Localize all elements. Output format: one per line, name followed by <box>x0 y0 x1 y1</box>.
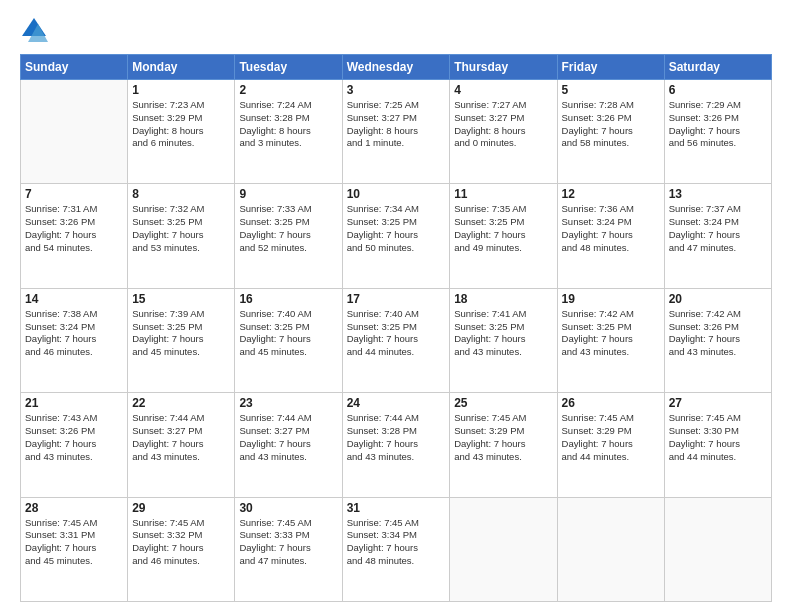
calendar-cell: 14Sunrise: 7:38 AM Sunset: 3:24 PM Dayli… <box>21 288 128 392</box>
calendar-cell: 18Sunrise: 7:41 AM Sunset: 3:25 PM Dayli… <box>450 288 557 392</box>
day-number: 5 <box>562 83 660 97</box>
weekday-header-sunday: Sunday <box>21 55 128 80</box>
day-number: 9 <box>239 187 337 201</box>
calendar-cell: 27Sunrise: 7:45 AM Sunset: 3:30 PM Dayli… <box>664 393 771 497</box>
logo-icon <box>20 16 48 44</box>
weekday-header-tuesday: Tuesday <box>235 55 342 80</box>
day-number: 25 <box>454 396 552 410</box>
day-number: 7 <box>25 187 123 201</box>
calendar-cell: 13Sunrise: 7:37 AM Sunset: 3:24 PM Dayli… <box>664 184 771 288</box>
week-row-4: 21Sunrise: 7:43 AM Sunset: 3:26 PM Dayli… <box>21 393 772 497</box>
page: SundayMondayTuesdayWednesdayThursdayFrid… <box>0 0 792 612</box>
day-number: 24 <box>347 396 446 410</box>
day-info: Sunrise: 7:35 AM Sunset: 3:25 PM Dayligh… <box>454 203 552 254</box>
day-info: Sunrise: 7:40 AM Sunset: 3:25 PM Dayligh… <box>347 308 446 359</box>
calendar-cell: 8Sunrise: 7:32 AM Sunset: 3:25 PM Daylig… <box>128 184 235 288</box>
day-number: 3 <box>347 83 446 97</box>
day-info: Sunrise: 7:41 AM Sunset: 3:25 PM Dayligh… <box>454 308 552 359</box>
calendar-cell: 20Sunrise: 7:42 AM Sunset: 3:26 PM Dayli… <box>664 288 771 392</box>
day-info: Sunrise: 7:44 AM Sunset: 3:27 PM Dayligh… <box>132 412 230 463</box>
calendar-cell: 21Sunrise: 7:43 AM Sunset: 3:26 PM Dayli… <box>21 393 128 497</box>
day-number: 6 <box>669 83 767 97</box>
week-row-3: 14Sunrise: 7:38 AM Sunset: 3:24 PM Dayli… <box>21 288 772 392</box>
calendar-cell <box>664 497 771 601</box>
day-info: Sunrise: 7:42 AM Sunset: 3:25 PM Dayligh… <box>562 308 660 359</box>
day-info: Sunrise: 7:39 AM Sunset: 3:25 PM Dayligh… <box>132 308 230 359</box>
day-info: Sunrise: 7:44 AM Sunset: 3:28 PM Dayligh… <box>347 412 446 463</box>
day-number: 23 <box>239 396 337 410</box>
day-info: Sunrise: 7:23 AM Sunset: 3:29 PM Dayligh… <box>132 99 230 150</box>
day-number: 21 <box>25 396 123 410</box>
calendar-cell <box>557 497 664 601</box>
calendar-cell: 12Sunrise: 7:36 AM Sunset: 3:24 PM Dayli… <box>557 184 664 288</box>
calendar-cell: 3Sunrise: 7:25 AM Sunset: 3:27 PM Daylig… <box>342 80 450 184</box>
calendar-table: SundayMondayTuesdayWednesdayThursdayFrid… <box>20 54 772 602</box>
day-number: 15 <box>132 292 230 306</box>
calendar-cell: 24Sunrise: 7:44 AM Sunset: 3:28 PM Dayli… <box>342 393 450 497</box>
calendar-cell: 2Sunrise: 7:24 AM Sunset: 3:28 PM Daylig… <box>235 80 342 184</box>
day-info: Sunrise: 7:36 AM Sunset: 3:24 PM Dayligh… <box>562 203 660 254</box>
weekday-header-monday: Monday <box>128 55 235 80</box>
day-info: Sunrise: 7:37 AM Sunset: 3:24 PM Dayligh… <box>669 203 767 254</box>
weekday-header-wednesday: Wednesday <box>342 55 450 80</box>
day-info: Sunrise: 7:28 AM Sunset: 3:26 PM Dayligh… <box>562 99 660 150</box>
day-number: 27 <box>669 396 767 410</box>
day-info: Sunrise: 7:38 AM Sunset: 3:24 PM Dayligh… <box>25 308 123 359</box>
day-number: 4 <box>454 83 552 97</box>
day-info: Sunrise: 7:34 AM Sunset: 3:25 PM Dayligh… <box>347 203 446 254</box>
calendar-cell <box>21 80 128 184</box>
weekday-header-row: SundayMondayTuesdayWednesdayThursdayFrid… <box>21 55 772 80</box>
day-info: Sunrise: 7:25 AM Sunset: 3:27 PM Dayligh… <box>347 99 446 150</box>
calendar-cell <box>450 497 557 601</box>
calendar-cell: 31Sunrise: 7:45 AM Sunset: 3:34 PM Dayli… <box>342 497 450 601</box>
week-row-1: 1Sunrise: 7:23 AM Sunset: 3:29 PM Daylig… <box>21 80 772 184</box>
day-info: Sunrise: 7:45 AM Sunset: 3:32 PM Dayligh… <box>132 517 230 568</box>
calendar-cell: 7Sunrise: 7:31 AM Sunset: 3:26 PM Daylig… <box>21 184 128 288</box>
day-info: Sunrise: 7:45 AM Sunset: 3:33 PM Dayligh… <box>239 517 337 568</box>
day-number: 20 <box>669 292 767 306</box>
day-number: 12 <box>562 187 660 201</box>
day-number: 1 <box>132 83 230 97</box>
calendar-cell: 1Sunrise: 7:23 AM Sunset: 3:29 PM Daylig… <box>128 80 235 184</box>
day-number: 29 <box>132 501 230 515</box>
logo <box>20 16 52 44</box>
calendar-cell: 25Sunrise: 7:45 AM Sunset: 3:29 PM Dayli… <box>450 393 557 497</box>
day-info: Sunrise: 7:42 AM Sunset: 3:26 PM Dayligh… <box>669 308 767 359</box>
day-info: Sunrise: 7:32 AM Sunset: 3:25 PM Dayligh… <box>132 203 230 254</box>
calendar-cell: 22Sunrise: 7:44 AM Sunset: 3:27 PM Dayli… <box>128 393 235 497</box>
calendar-cell: 5Sunrise: 7:28 AM Sunset: 3:26 PM Daylig… <box>557 80 664 184</box>
day-number: 11 <box>454 187 552 201</box>
calendar-cell: 4Sunrise: 7:27 AM Sunset: 3:27 PM Daylig… <box>450 80 557 184</box>
calendar-cell: 26Sunrise: 7:45 AM Sunset: 3:29 PM Dayli… <box>557 393 664 497</box>
day-number: 19 <box>562 292 660 306</box>
calendar-cell: 16Sunrise: 7:40 AM Sunset: 3:25 PM Dayli… <box>235 288 342 392</box>
day-info: Sunrise: 7:31 AM Sunset: 3:26 PM Dayligh… <box>25 203 123 254</box>
calendar-cell: 6Sunrise: 7:29 AM Sunset: 3:26 PM Daylig… <box>664 80 771 184</box>
day-number: 22 <box>132 396 230 410</box>
calendar-cell: 10Sunrise: 7:34 AM Sunset: 3:25 PM Dayli… <box>342 184 450 288</box>
weekday-header-friday: Friday <box>557 55 664 80</box>
day-number: 13 <box>669 187 767 201</box>
day-number: 8 <box>132 187 230 201</box>
day-number: 18 <box>454 292 552 306</box>
calendar-cell: 15Sunrise: 7:39 AM Sunset: 3:25 PM Dayli… <box>128 288 235 392</box>
day-info: Sunrise: 7:45 AM Sunset: 3:30 PM Dayligh… <box>669 412 767 463</box>
day-info: Sunrise: 7:45 AM Sunset: 3:29 PM Dayligh… <box>454 412 552 463</box>
day-number: 30 <box>239 501 337 515</box>
day-info: Sunrise: 7:29 AM Sunset: 3:26 PM Dayligh… <box>669 99 767 150</box>
day-info: Sunrise: 7:24 AM Sunset: 3:28 PM Dayligh… <box>239 99 337 150</box>
day-info: Sunrise: 7:27 AM Sunset: 3:27 PM Dayligh… <box>454 99 552 150</box>
calendar-cell: 23Sunrise: 7:44 AM Sunset: 3:27 PM Dayli… <box>235 393 342 497</box>
weekday-header-thursday: Thursday <box>450 55 557 80</box>
calendar-cell: 28Sunrise: 7:45 AM Sunset: 3:31 PM Dayli… <box>21 497 128 601</box>
week-row-2: 7Sunrise: 7:31 AM Sunset: 3:26 PM Daylig… <box>21 184 772 288</box>
day-info: Sunrise: 7:33 AM Sunset: 3:25 PM Dayligh… <box>239 203 337 254</box>
day-number: 10 <box>347 187 446 201</box>
calendar-cell: 30Sunrise: 7:45 AM Sunset: 3:33 PM Dayli… <box>235 497 342 601</box>
calendar-cell: 11Sunrise: 7:35 AM Sunset: 3:25 PM Dayli… <box>450 184 557 288</box>
weekday-header-saturday: Saturday <box>664 55 771 80</box>
day-number: 31 <box>347 501 446 515</box>
calendar-cell: 19Sunrise: 7:42 AM Sunset: 3:25 PM Dayli… <box>557 288 664 392</box>
day-info: Sunrise: 7:45 AM Sunset: 3:34 PM Dayligh… <box>347 517 446 568</box>
day-number: 28 <box>25 501 123 515</box>
